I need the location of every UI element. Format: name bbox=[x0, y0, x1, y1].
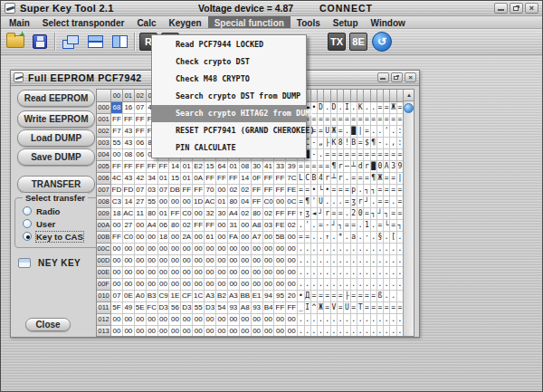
hex-cell[interactable]: 00 bbox=[205, 326, 216, 337]
ascii-cell[interactable]: . bbox=[311, 267, 318, 279]
hex-cell[interactable]: FD bbox=[123, 185, 135, 196]
ascii-cell[interactable]: 0 bbox=[357, 208, 364, 220]
menu-item-read-pcf7944-locked[interactable]: Read PCF7944 LOCKED bbox=[152, 36, 306, 53]
ascii-cell[interactable]: . bbox=[318, 326, 324, 337]
hex-cell[interactable]: 14 bbox=[123, 196, 135, 208]
ascii-cell[interactable]: = bbox=[377, 102, 384, 114]
hex-cell[interactable]: 00 bbox=[274, 244, 286, 255]
ascii-cell[interactable]: . bbox=[338, 196, 344, 208]
hex-cell[interactable]: 43 bbox=[123, 173, 135, 185]
hex-cell[interactable]: A4 bbox=[228, 208, 240, 220]
hex-cell[interactable]: A3 bbox=[205, 291, 216, 302]
hex-cell[interactable]: 00 bbox=[169, 326, 181, 337]
hex-cell[interactable]: 00 bbox=[252, 255, 263, 267]
ascii-cell[interactable]: T bbox=[357, 302, 364, 314]
hex-cell[interactable]: 07 bbox=[111, 291, 123, 302]
ascii-cell[interactable]: = bbox=[338, 291, 344, 302]
ascii-cell[interactable]: = bbox=[377, 114, 384, 126]
ascii-cell[interactable]: = bbox=[384, 173, 390, 185]
hex-cell[interactable]: CF bbox=[181, 291, 193, 302]
ascii-cell[interactable]: . bbox=[371, 314, 377, 326]
hex-cell[interactable]: 00 bbox=[274, 279, 286, 291]
row-address[interactable]: 012 bbox=[97, 314, 111, 326]
hex-cell[interactable]: 80 bbox=[169, 220, 181, 232]
hex-cell[interactable]: 00 bbox=[181, 267, 193, 279]
hex-cell[interactable]: E2 bbox=[193, 161, 205, 173]
hex-cell[interactable]: 00 bbox=[240, 232, 252, 244]
ascii-cell[interactable]: . bbox=[351, 244, 357, 255]
ascii-cell[interactable]: . bbox=[371, 267, 377, 279]
hex-cell[interactable]: 02 bbox=[286, 220, 298, 232]
ascii-cell[interactable]: . bbox=[357, 326, 364, 337]
hex-cell[interactable]: 00 bbox=[193, 255, 205, 267]
ascii-cell[interactable]: . bbox=[377, 314, 384, 326]
ascii-cell[interactable]: . bbox=[351, 279, 357, 291]
ascii-cell[interactable]: = bbox=[331, 114, 338, 126]
hex-cell[interactable]: 16 bbox=[123, 102, 135, 114]
ascii-cell[interactable]: ! bbox=[344, 138, 350, 149]
hex-cell[interactable]: 18 bbox=[158, 232, 170, 244]
column-header[interactable]: 02 bbox=[135, 90, 147, 102]
row-address[interactable]: 008 bbox=[97, 196, 111, 208]
close-button[interactable]: Close bbox=[25, 318, 71, 331]
ascii-cell[interactable]: . bbox=[371, 220, 377, 232]
ascii-cell[interactable]: . bbox=[364, 267, 370, 279]
hex-cell[interactable]: 68 bbox=[111, 102, 123, 114]
hex-cell[interactable]: 00 bbox=[216, 279, 228, 291]
hex-cell[interactable]: 00 bbox=[111, 149, 123, 161]
ascii-cell[interactable]: = bbox=[311, 291, 318, 302]
ascii-cell[interactable]: = bbox=[298, 161, 304, 173]
ascii-cell[interactable]: = bbox=[318, 220, 324, 232]
ascii-cell[interactable]: . bbox=[384, 267, 390, 279]
eeprom-restore-button[interactable] bbox=[391, 72, 403, 82]
hex-cell[interactable]: FF bbox=[286, 208, 298, 220]
ascii-cell[interactable]: . bbox=[364, 102, 370, 114]
hex-cell[interactable]: 04 bbox=[240, 196, 252, 208]
ascii-cell[interactable]: . bbox=[390, 255, 396, 267]
hex-cell[interactable]: 18 bbox=[111, 208, 123, 220]
hex-cell[interactable]: 49 bbox=[123, 302, 135, 314]
ascii-cell[interactable]: = bbox=[371, 302, 377, 314]
ascii-cell[interactable]: . bbox=[298, 255, 304, 267]
ascii-cell[interactable]: . bbox=[344, 126, 350, 138]
hex-cell[interactable]: 00 bbox=[123, 314, 135, 326]
hex-cell[interactable]: 15 bbox=[205, 161, 216, 173]
hex-cell[interactable]: 00 bbox=[240, 326, 252, 337]
ascii-cell[interactable]: a bbox=[351, 232, 357, 244]
ascii-cell[interactable]: ┐ bbox=[384, 208, 390, 220]
hex-cell[interactable]: FF bbox=[181, 185, 193, 196]
ascii-cell[interactable]: . bbox=[318, 267, 324, 279]
ascii-cell[interactable]: = bbox=[324, 161, 330, 173]
hex-cell[interactable]: 00 bbox=[240, 244, 252, 255]
hex-cell[interactable]: FF bbox=[252, 185, 263, 196]
ascii-cell[interactable]: . bbox=[351, 267, 357, 279]
ascii-cell[interactable]: . bbox=[351, 102, 357, 114]
ascii-cell[interactable]: • bbox=[324, 185, 330, 196]
ascii-cell[interactable]: . bbox=[377, 279, 384, 291]
ascii-cell[interactable]: = bbox=[390, 173, 396, 185]
ascii-cell[interactable]: . bbox=[384, 314, 390, 326]
ascii-cell[interactable]: B bbox=[311, 173, 318, 185]
row-address[interactable]: 011 bbox=[97, 302, 111, 314]
ascii-cell[interactable]: . bbox=[390, 196, 396, 208]
ascii-cell[interactable]: . bbox=[331, 244, 338, 255]
hex-cell[interactable]: 31 bbox=[228, 220, 240, 232]
row-address[interactable]: 006 bbox=[97, 173, 111, 185]
ascii-cell[interactable]: 4 bbox=[318, 173, 324, 185]
hex-cell[interactable]: FE bbox=[286, 185, 298, 196]
ascii-cell[interactable]: = bbox=[318, 291, 324, 302]
ascii-cell[interactable]: = bbox=[364, 291, 370, 302]
hex-cell[interactable]: 00 bbox=[205, 314, 216, 326]
row-address[interactable]: 00C bbox=[97, 244, 111, 255]
ascii-cell[interactable]: . bbox=[357, 314, 364, 326]
ascii-cell[interactable]: L bbox=[298, 173, 304, 185]
hex-cell[interactable]: 34 bbox=[147, 173, 158, 185]
undo-button[interactable]: ↺ bbox=[371, 31, 393, 53]
ascii-cell[interactable]: . bbox=[298, 326, 304, 337]
ascii-cell[interactable]: = bbox=[344, 149, 350, 161]
hex-cell[interactable]: 02 bbox=[240, 185, 252, 196]
ascii-cell[interactable]: ┐ bbox=[371, 208, 377, 220]
ascii-cell[interactable]: . bbox=[357, 279, 364, 291]
hex-cell[interactable]: 43 bbox=[123, 126, 135, 138]
ascii-cell[interactable]: . bbox=[377, 244, 384, 255]
